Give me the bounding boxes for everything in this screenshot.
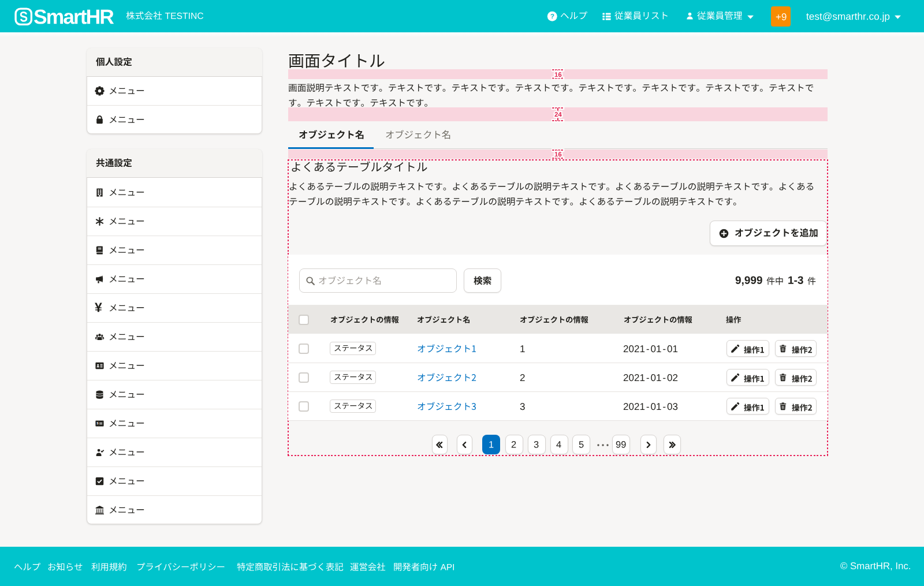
svg-text:?: ?: [550, 13, 554, 20]
svg-text:$: $: [96, 421, 98, 424]
